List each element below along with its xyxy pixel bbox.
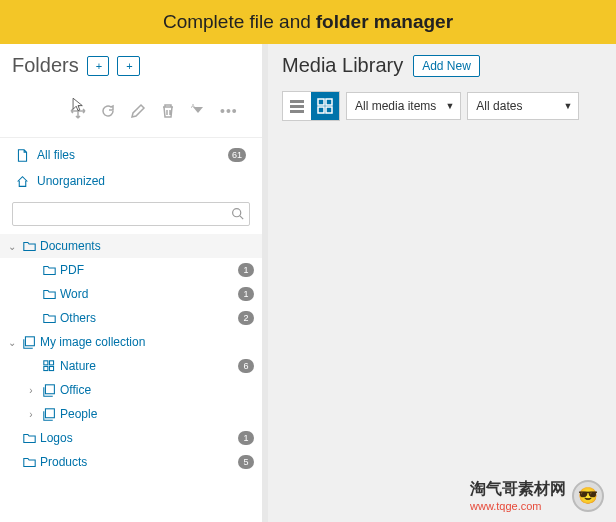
folder-tree: ⌄DocumentsPDF1Word1Others2⌄My image coll… xyxy=(0,234,262,522)
caret-icon: ⌄ xyxy=(6,241,18,252)
refresh-icon[interactable] xyxy=(100,103,116,119)
svg-rect-8 xyxy=(45,384,54,393)
more-icon[interactable]: ••• xyxy=(220,103,238,119)
cursor-icon xyxy=(70,97,86,113)
add-new-button[interactable]: Add New xyxy=(413,55,480,77)
folder-icon xyxy=(22,432,36,445)
gallery-icon xyxy=(42,408,56,421)
tree-label: PDF xyxy=(60,263,84,277)
banner: Complete file and folder manager xyxy=(0,0,616,44)
search-icon xyxy=(231,207,244,220)
folder-icon xyxy=(42,264,56,277)
banner-text: Complete file and xyxy=(163,11,311,33)
folder-icon xyxy=(42,288,56,301)
caret-icon: › xyxy=(24,409,38,420)
tree-label: Office xyxy=(60,383,91,397)
tree-label: Word xyxy=(60,287,88,301)
media-type-select[interactable]: All media items xyxy=(346,92,461,120)
count-badge: 1 xyxy=(238,431,254,445)
folder-icon xyxy=(42,312,56,325)
watermark-text: 淘气哥素材网 xyxy=(470,479,566,500)
svg-rect-4 xyxy=(43,360,47,364)
count-badge: 5 xyxy=(238,455,254,469)
list-view-button[interactable] xyxy=(283,92,311,120)
svg-point-2 xyxy=(233,209,241,217)
svg-rect-3 xyxy=(25,336,34,345)
search-input[interactable] xyxy=(12,202,250,226)
gallery-icon xyxy=(22,336,36,349)
rename-icon[interactable] xyxy=(130,103,146,119)
caret-icon: ⌄ xyxy=(6,337,18,348)
grid-icon xyxy=(317,98,333,114)
tree-item[interactable]: ›Office xyxy=(0,378,262,402)
file-icon xyxy=(16,149,29,162)
folder-icon xyxy=(22,456,36,469)
content-area: Media Library Add New All media items Al… xyxy=(268,44,616,522)
svg-rect-11 xyxy=(290,105,304,108)
tree-item[interactable]: Products5 xyxy=(0,450,262,474)
tree-item[interactable]: ⌄Documents xyxy=(0,234,262,258)
sidebar-title: Folders xyxy=(12,54,79,77)
gallery-icon xyxy=(42,384,56,397)
folder-icon xyxy=(22,240,36,253)
grid-view-button[interactable] xyxy=(311,92,339,120)
sort-icon[interactable]: A xyxy=(190,103,206,119)
svg-rect-5 xyxy=(49,360,53,364)
svg-rect-15 xyxy=(318,107,324,113)
tree-label: Nature xyxy=(60,359,96,373)
list-icon xyxy=(289,98,305,114)
quick-label: All files xyxy=(37,148,75,162)
svg-text:A: A xyxy=(191,103,195,109)
count-badge: 2 xyxy=(238,311,254,325)
watermark-url: www.tqge.com xyxy=(470,500,566,512)
all-files-item[interactable]: All files 61 xyxy=(0,142,262,168)
svg-rect-6 xyxy=(43,366,47,370)
svg-rect-9 xyxy=(45,408,54,417)
tree-item[interactable]: Word1 xyxy=(0,282,262,306)
banner-bold: folder manager xyxy=(316,11,453,33)
svg-rect-12 xyxy=(290,110,304,113)
tree-label: Others xyxy=(60,311,96,325)
grid-icon xyxy=(42,360,56,373)
tree-item[interactable]: ›People xyxy=(0,402,262,426)
svg-rect-16 xyxy=(326,107,332,113)
tree-label: My image collection xyxy=(40,335,145,349)
home-icon xyxy=(16,175,29,188)
delete-icon[interactable] xyxy=(160,103,176,119)
svg-rect-7 xyxy=(49,366,53,370)
date-select[interactable]: All dates xyxy=(467,92,579,120)
count-badge: 6 xyxy=(238,359,254,373)
view-toggle xyxy=(282,91,340,121)
count-badge: 1 xyxy=(238,263,254,277)
caret-icon: › xyxy=(24,385,38,396)
watermark-icon: 😎 xyxy=(572,480,604,512)
new-gallery-button[interactable]: + xyxy=(117,56,139,76)
new-folder-button[interactable]: + xyxy=(87,56,109,76)
tree-label: Products xyxy=(40,455,87,469)
folder-toolbar: A ••• xyxy=(0,85,262,138)
tree-item[interactable]: Nature6 xyxy=(0,354,262,378)
tree-item[interactable]: Others2 xyxy=(0,306,262,330)
quick-label: Unorganized xyxy=(37,174,105,188)
tree-label: Documents xyxy=(40,239,101,253)
count-badge: 61 xyxy=(228,148,246,162)
svg-rect-10 xyxy=(290,100,304,103)
unorganized-item[interactable]: Unorganized xyxy=(0,168,262,194)
svg-rect-14 xyxy=(326,99,332,105)
tree-label: Logos xyxy=(40,431,73,445)
watermark: 淘气哥素材网 www.tqge.com 😎 xyxy=(470,479,604,512)
tree-label: People xyxy=(60,407,97,421)
tree-item[interactable]: Logos1 xyxy=(0,426,262,450)
count-badge: 1 xyxy=(238,287,254,301)
tree-item[interactable]: PDF1 xyxy=(0,258,262,282)
tree-item[interactable]: ⌄My image collection xyxy=(0,330,262,354)
sidebar: Folders + + A ••• All files 61 xyxy=(0,44,262,522)
page-title: Media Library xyxy=(282,54,403,77)
svg-rect-13 xyxy=(318,99,324,105)
